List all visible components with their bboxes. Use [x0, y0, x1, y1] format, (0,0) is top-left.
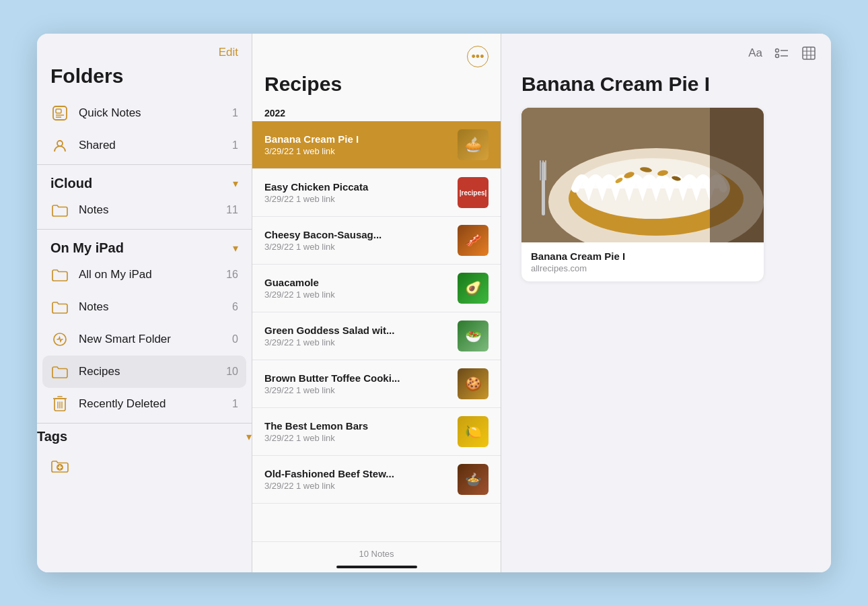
recently-deleted-label: Recently Deleted: [79, 397, 223, 411]
on-ipad-notes-label: Notes: [79, 300, 223, 314]
all-on-my-ipad-label: All on My iPad: [79, 268, 217, 281]
sidebar-item-on-ipad-notes[interactable]: Notes 6: [37, 291, 252, 323]
svg-rect-1: [56, 109, 61, 113]
note-image: [521, 108, 764, 242]
right-note-card-title: Banana Cream Pie I: [531, 250, 754, 262]
on-my-ipad-chevron-icon[interactable]: ▾: [233, 242, 238, 255]
all-on-my-ipad-folder-icon: [50, 265, 69, 284]
app-window: Edit Folders Quick Notes 1: [37, 34, 831, 572]
svg-rect-37: [710, 108, 764, 242]
sidebar-item-quick-notes[interactable]: Quick Notes 1: [37, 97, 252, 129]
right-content: Banana Cream Pie I: [501, 66, 831, 572]
scroll-indicator: [336, 566, 417, 568]
icloud-notes-count: 11: [226, 204, 238, 216]
divider-2: [37, 229, 252, 230]
checklist-icon: [774, 46, 789, 61]
right-note-card-url: allrecipes.com: [531, 263, 754, 273]
note-item-text: Brown Butter Toffee Cooki... 3/29/22 1 w…: [264, 372, 449, 395]
note-item-title: Green Goddess Salad wit...: [264, 325, 449, 336]
note-item-cheesy-bacon[interactable]: Cheesy Bacon-Sausag... 3/29/22 1 web lin…: [252, 217, 501, 265]
tags-title: Tags: [37, 429, 67, 444]
smart-folder-count: 0: [232, 333, 238, 345]
sidebar-item-shared[interactable]: Shared 1: [37, 129, 252, 162]
note-item-thumb: 🍲: [458, 464, 489, 495]
note-item-guacamole[interactable]: Guacamole 3/29/22 1 web link 🥑: [252, 265, 501, 312]
edit-button[interactable]: Edit: [219, 46, 238, 59]
quick-notes-label: Quick Notes: [79, 106, 223, 120]
note-list: Banana Cream Pie I 3/29/22 1 web link 🥧 …: [252, 121, 501, 541]
shared-count: 1: [232, 139, 238, 152]
middle-panel: ••• Recipes 2022 Banana Cream Pie I 3/29…: [252, 34, 501, 572]
note-item-text: Banana Cream Pie I 3/29/22 1 web link: [264, 133, 449, 156]
svg-point-16: [776, 55, 779, 58]
middle-header: •••: [252, 34, 501, 73]
note-item-thumb: 🥧: [458, 129, 489, 160]
recipes-folder-icon: [50, 362, 69, 381]
note-item-title: Guacamole: [264, 277, 449, 288]
note-item-meta: 3/29/22 1 web link: [264, 146, 449, 156]
note-item-green-goddess[interactable]: Green Goddess Salad wit... 3/29/22 1 web…: [252, 312, 501, 360]
right-header: Aa: [501, 34, 831, 66]
sidebar-header: Edit: [37, 34, 252, 65]
smart-folder-icon: [50, 330, 69, 349]
note-item-title: The Best Lemon Bars: [264, 420, 449, 432]
icloud-notes-label: Notes: [79, 203, 217, 217]
shared-label: Shared: [79, 139, 223, 152]
note-item-brown-butter[interactable]: Brown Butter Toffee Cooki... 3/29/22 1 w…: [252, 360, 501, 408]
note-item-title: Brown Butter Toffee Cooki...: [264, 372, 449, 384]
note-item-thumb: 🍪: [458, 368, 489, 399]
note-item-text: Easy Chicken Piccata 3/29/22 1 web link: [264, 181, 449, 204]
note-item-chicken-piccata[interactable]: Easy Chicken Piccata 3/29/22 1 web link …: [252, 169, 501, 217]
all-on-my-ipad-count: 16: [226, 269, 238, 281]
sidebar-item-recipes[interactable]: Recipes 10: [42, 356, 246, 388]
trash-icon: [50, 395, 69, 413]
sidebar-item-icloud-notes[interactable]: Notes 11: [37, 194, 252, 226]
svg-rect-35: [542, 160, 544, 180]
right-note-title: Banana Cream Pie I: [521, 73, 811, 96]
divider-1: [37, 164, 252, 165]
recently-deleted-count: 1: [232, 398, 238, 410]
note-item-text: Guacamole 3/29/22 1 web link: [264, 277, 449, 300]
note-item-lemon-bars[interactable]: The Best Lemon Bars 3/29/22 1 web link 🍋: [252, 408, 501, 456]
sidebar-item-all-on-my-ipad[interactable]: All on My iPad 16: [37, 259, 252, 291]
table-icon: [801, 46, 816, 61]
sidebar-item-new-smart-folder[interactable]: New Smart Folder 0: [37, 323, 252, 356]
note-item-beef-stew[interactable]: Old-Fashioned Beef Stew... 3/29/22 1 web…: [252, 456, 501, 504]
quick-notes-count: 1: [232, 107, 238, 119]
smart-folder-label: New Smart Folder: [79, 333, 223, 346]
font-size-button[interactable]: Aa: [748, 46, 762, 60]
note-item-title: Easy Chicken Piccata: [264, 181, 449, 193]
shared-icon: [50, 136, 69, 155]
note-item-meta: 3/29/22 1 web link: [264, 290, 449, 300]
icloud-section-header: iCloud ▾: [37, 168, 252, 194]
note-item-text: Cheesy Bacon-Sausag... 3/29/22 1 web lin…: [264, 229, 449, 252]
tags-chevron-icon[interactable]: ▾: [246, 430, 252, 443]
note-item-thumb: 🥓: [458, 225, 489, 256]
checklist-button[interactable]: [774, 46, 789, 61]
tags-section-header: Tags ▾: [37, 426, 252, 451]
recipes-count: 10: [226, 366, 238, 378]
more-options-button[interactable]: •••: [467, 46, 489, 67]
on-ipad-notes-folder-icon: [50, 298, 69, 316]
ellipsis-icon: •••: [472, 50, 484, 64]
svg-rect-19: [803, 47, 815, 59]
note-item-title: Cheesy Bacon-Sausag...: [264, 229, 449, 240]
note-item-title: Old-Fashioned Beef Stew...: [264, 468, 449, 479]
divider-3: [37, 423, 252, 424]
icloud-title: iCloud: [50, 176, 92, 191]
note-item-text: Old-Fashioned Beef Stew... 3/29/22 1 web…: [264, 468, 449, 491]
middle-title: Recipes: [252, 73, 501, 102]
recipes-label: Recipes: [79, 365, 217, 378]
note-item-title: Banana Cream Pie I: [264, 133, 449, 145]
on-my-ipad-title: On My iPad: [50, 240, 124, 256]
sidebar-item-recently-deleted[interactable]: Recently Deleted 1: [37, 388, 252, 420]
svg-point-15: [776, 49, 779, 53]
icloud-chevron-icon[interactable]: ▾: [233, 177, 238, 190]
note-item-banana-cream-pie[interactable]: Banana Cream Pie I 3/29/22 1 web link 🥧: [252, 121, 501, 169]
new-folder-button[interactable]: [37, 451, 252, 486]
right-note-card-body: Banana Cream Pie I allrecipes.com: [521, 242, 764, 281]
on-my-ipad-section-header: On My iPad ▾: [37, 232, 252, 259]
table-button[interactable]: [801, 46, 816, 61]
note-item-thumb: 🍋: [458, 416, 489, 447]
new-folder-icon: [50, 458, 69, 479]
